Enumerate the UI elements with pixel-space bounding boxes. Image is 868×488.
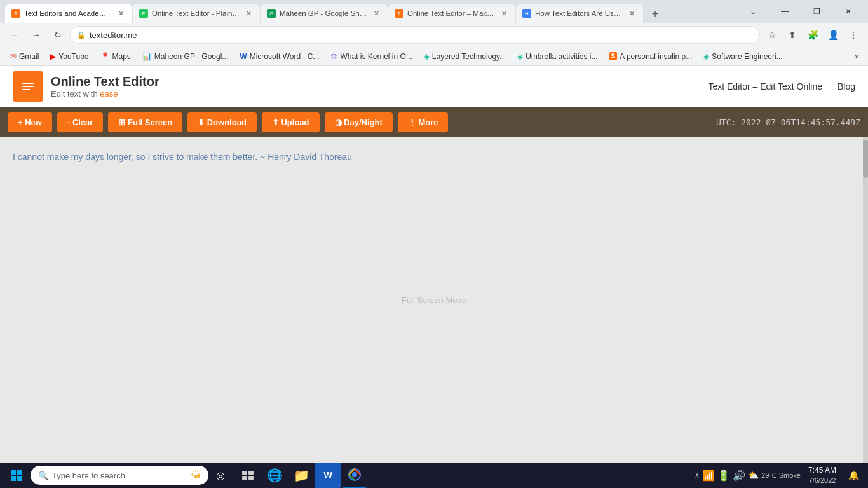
site-title: Online Text Editor [51,74,159,89]
cortana-button[interactable]: ◎ [211,466,230,485]
bookmark-umbrella[interactable]: ◈ Umbrella activities i... [512,51,602,62]
minimize-button[interactable]: — [770,3,799,20]
daynight-button[interactable]: ◑ Day/Night [325,112,393,132]
profile-button[interactable]: 👤 [824,25,843,44]
bookmark-umbrella-label: Umbrella activities i... [526,52,597,61]
svg-rect-7 [17,476,22,481]
bookmark-software-label: Software Engineeri... [712,52,782,61]
fullscreen-button[interactable]: ⊞ Full Screen [108,112,182,132]
tab-4-label: Online Text Editor – Make no [407,10,495,17]
bookmark-maps-icon: 📍 [100,52,110,61]
bookmarks-more-button[interactable]: » [851,51,863,62]
bookmark-kernel-label: What is Kernel in O... [340,52,412,61]
speaker-icon: 🔊 [733,470,745,482]
bookmark-insulin[interactable]: S A personal insulin p... [604,51,698,62]
tab-4[interactable]: T Online Text Editor – Make no ✕ [388,4,515,23]
title-bar: T Text Editors and Academic W ✕ P Online… [0,0,868,23]
start-button[interactable] [5,464,28,487]
svg-rect-5 [17,470,22,475]
bookmark-software-icon: ◈ [703,52,709,61]
tab-5[interactable]: H How Text Editors Are Useful ✕ [516,4,643,23]
explorer-button[interactable]: 📁 [288,463,314,488]
chrome-icon [348,468,361,481]
taskview-button[interactable] [235,463,261,488]
svg-rect-3 [22,89,30,90]
tab-3-close[interactable]: ✕ [371,8,381,18]
reload-button[interactable]: ↻ [48,25,67,44]
editor-toolbar: + New - Clear ⊞ Full Screen ⬇ Download ⬆… [0,107,868,137]
clock[interactable]: 7:45 AM 7/6/2022 [803,466,841,485]
bookmark-kernel[interactable]: ⚙ What is Kernel in O... [325,51,417,62]
bookmark-maheen[interactable]: 📊 Maheen GP - Googl... [137,51,234,62]
taskbar-apps: 🌐 📁 W [235,463,367,488]
editor-area[interactable]: I cannot make my days longer, so I striv… [0,137,868,463]
more-button[interactable]: ⋮ More [398,112,449,132]
tab-2-close[interactable]: ✕ [243,8,254,18]
svg-rect-4 [11,470,16,475]
site-subtitle: Edit text with ease [51,89,159,98]
menu-button[interactable]: ⋮ [844,25,863,44]
nav-bar: ← → ↻ 🔒 texteditor.me ☆ ⬆ 🧩 👤 ⋮ [0,23,868,47]
tab-2[interactable]: P Online Text Editor - Plain text ✕ [133,4,260,23]
svg-rect-10 [242,476,247,480]
maximize-button[interactable]: ❐ [802,3,831,20]
scrollbar[interactable] [863,137,868,463]
bookmark-maps[interactable]: 📍 Maps [95,51,136,62]
bookmark-insulin-label: A personal insulin p... [620,52,692,61]
tab-5-close[interactable]: ✕ [627,8,637,18]
network-icon: 📶 [702,470,715,482]
bookmark-word-label: Microsoft Word - C... [250,52,320,61]
site-navigation: Text Editor – Edit Text Online Blog [708,81,855,92]
clear-button[interactable]: - Clear [57,112,103,132]
tab-3-favicon: G [267,9,276,18]
share-button[interactable]: ⬆ [783,25,802,44]
back-button[interactable]: ← [5,25,24,44]
bookmark-layered[interactable]: ◈ Layered Technology... [419,51,511,62]
address-bar[interactable]: 🔒 texteditor.me [70,26,760,44]
taskbar-search-text: Type here to search [52,471,187,480]
new-button[interactable]: + New [8,112,52,132]
tab-4-close[interactable]: ✕ [499,8,509,18]
bookmark-gmail[interactable]: ✉ Gmail [5,51,44,62]
utc-display: UTC: 2022-07-06T14:45:57.449Z [716,118,860,127]
taskbar-search[interactable]: 🔍 Type here to search 🌤 [31,466,208,485]
windows-logo [10,469,23,482]
word-button[interactable]: W [315,463,341,488]
bookmark-software[interactable]: ◈ Software Engineeri... [698,51,787,62]
download-button[interactable]: ⬇ Download [187,112,257,132]
scrollbar-thumb[interactable] [863,140,868,178]
logo-icon [13,71,43,102]
site-nav-blog[interactable]: Blog [837,81,855,92]
site-nav-editor[interactable]: Text Editor – Edit Text Online [708,81,822,92]
extensions-button[interactable]: 🧩 [803,25,822,44]
svg-rect-8 [242,471,247,475]
forward-button[interactable]: → [27,25,46,44]
expand-tray-icon[interactable]: ∧ [695,471,700,480]
bookmark-layered-icon: ◈ [424,52,430,61]
nav-actions: ☆ ⬆ 🧩 👤 ⋮ [763,25,863,44]
tab-1-close[interactable]: ✕ [116,8,126,18]
upload-button[interactable]: ⬆ Upload [262,112,320,132]
window-controls: ⌄ — ❐ ✕ [738,3,863,20]
cortana-weather-icon: 🌤 [191,470,201,481]
tab-5-favicon: H [522,9,531,18]
bookmark-word[interactable]: W Microsoft Word - C... [234,51,324,62]
bookmark-youtube[interactable]: ▶ YouTube [45,51,93,62]
notification-button[interactable]: 🔔 [844,466,863,485]
logo-svg [18,76,38,97]
new-tab-button[interactable]: + [646,5,664,23]
chrome-button[interactable] [342,463,367,488]
tab-list-button[interactable]: ⌄ [738,3,768,20]
taskbar: 🔍 Type here to search 🌤 ◎ 🌐 📁 W [0,463,868,488]
edge-button[interactable]: 🌐 [262,463,287,488]
system-tray: ∧ 📶 🔋 🔊 ⛅ 29°C Smoke 7:45 AM 7/6/2022 🔔 [695,466,863,485]
close-button[interactable]: ✕ [834,3,863,20]
tab-1[interactable]: T Text Editors and Academic W ✕ [5,4,132,23]
bookmark-youtube-label: YouTube [58,52,88,61]
site-subtitle-prefix: Edit text with [51,89,100,98]
clock-time: 7:45 AM [808,466,836,476]
tab-3[interactable]: G Maheen GP - Google Sheets ✕ [261,4,388,23]
svg-rect-2 [22,86,34,87]
logo-text: Online Text Editor Edit text with ease [51,74,159,98]
bookmark-star-button[interactable]: ☆ [763,25,782,44]
